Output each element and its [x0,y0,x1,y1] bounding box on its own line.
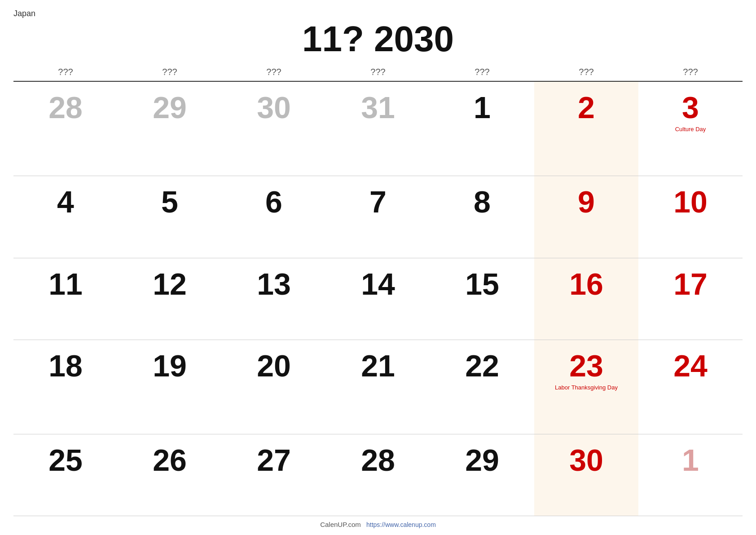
calendar-day-cell: 15 [430,258,534,340]
weekday-header-2: ??? [222,63,326,81]
calendar-day-cell: 7 [326,176,430,258]
calendar-table: ????????????????????? 28293031123Culture… [13,63,743,516]
calendar-day-cell: 29 [118,81,222,176]
calendar-day-cell: 22 [430,340,534,434]
country-label: Japan [13,9,743,18]
calendar-day-cell: 6 [222,176,326,258]
day-number: 12 [153,267,187,301]
weekday-header-0: ??? [13,63,118,81]
holiday-label: Labor Thanksgiving Day [539,384,634,391]
day-number: 30 [257,90,291,124]
calendar-day-cell: 17 [638,258,743,340]
calendar-day-cell: 2 [534,81,638,176]
calendar-week-row: 181920212223Labor Thanksgiving Day24 [13,340,743,434]
day-number: 7 [369,185,387,219]
footer: CalenUP.com https://www.calenup.com [13,516,743,531]
day-number: 11 [48,267,83,301]
footer-url: https://www.calenup.com [366,521,436,528]
calendar-day-cell: 19 [118,340,222,434]
calendar-day-cell: 12 [118,258,222,340]
day-number: 25 [48,443,83,477]
calendar-day-cell: 30 [534,434,638,516]
calendar-day-cell: 5 [118,176,222,258]
calendar-day-cell: 14 [326,258,430,340]
weekday-header-row: ????????????????????? [13,63,743,81]
day-number: 18 [48,349,83,383]
calendar-day-cell: 1 [638,434,743,516]
month-title: 11? 2030 [13,19,743,59]
calendar-week-row: 11121314151617 [13,258,743,340]
calendar-week-row: 28293031123Culture Day [13,81,743,176]
day-number: 26 [153,443,187,477]
calendar-day-cell: 8 [430,176,534,258]
calendar-page: Japan 11? 2030 ????????????????????? 282… [0,0,756,535]
day-number: 14 [361,267,395,301]
day-number: 15 [465,267,499,301]
day-number: 4 [57,185,74,219]
calendar-day-cell: 3Culture Day [638,81,743,176]
day-number: 19 [153,349,187,383]
day-number: 30 [569,443,603,477]
calendar-day-cell: 31 [326,81,430,176]
day-number: 10 [673,185,708,219]
calendar-day-cell: 18 [13,340,118,434]
calendar-day-cell: 13 [222,258,326,340]
weekday-header-1: ??? [118,63,222,81]
calendar-day-cell: 11 [13,258,118,340]
calendar-day-cell: 24 [638,340,743,434]
day-number: 16 [569,267,603,301]
day-number: 24 [673,349,708,383]
holiday-label: Culture Day [643,126,738,133]
calendar-day-cell: 20 [222,340,326,434]
day-number: 8 [474,185,491,219]
day-number: 29 [465,443,499,477]
weekday-header-6: ??? [638,63,743,81]
day-number: 20 [257,349,291,383]
day-number: 17 [673,267,708,301]
calendar-day-cell: 21 [326,340,430,434]
day-number: 28 [361,443,395,477]
weekday-header-3: ??? [326,63,430,81]
day-number: 13 [257,267,291,301]
weekday-header-4: ??? [430,63,534,81]
day-number: 3 [682,90,699,124]
day-number: 1 [474,90,491,124]
day-number: 5 [161,185,178,219]
day-number: 9 [578,185,595,219]
day-number: 6 [265,185,282,219]
calendar-day-cell: 10 [638,176,743,258]
day-number: 23 [569,349,603,383]
day-number: 28 [48,90,83,124]
day-number: 22 [465,349,499,383]
calendar-day-cell: 23Labor Thanksgiving Day [534,340,638,434]
calendar-day-cell: 16 [534,258,638,340]
day-number: 1 [682,443,699,477]
day-number: 27 [257,443,291,477]
calendar-day-cell: 28 [326,434,430,516]
calendar-day-cell: 29 [430,434,534,516]
calendar-week-row: 2526272829301 [13,434,743,516]
day-number: 29 [153,90,187,124]
calendar-day-cell: 25 [13,434,118,516]
day-number: 21 [361,349,395,383]
calendar-day-cell: 27 [222,434,326,516]
calendar-day-cell: 28 [13,81,118,176]
day-number: 31 [361,90,395,124]
calendar-day-cell: 4 [13,176,118,258]
calendar-day-cell: 30 [222,81,326,176]
day-number: 2 [578,90,595,124]
calendar-day-cell: 1 [430,81,534,176]
calendar-day-cell: 26 [118,434,222,516]
footer-brand: CalenUP.com [320,521,361,528]
calendar-day-cell: 9 [534,176,638,258]
weekday-header-5: ??? [534,63,638,81]
calendar-week-row: 45678910 [13,176,743,258]
